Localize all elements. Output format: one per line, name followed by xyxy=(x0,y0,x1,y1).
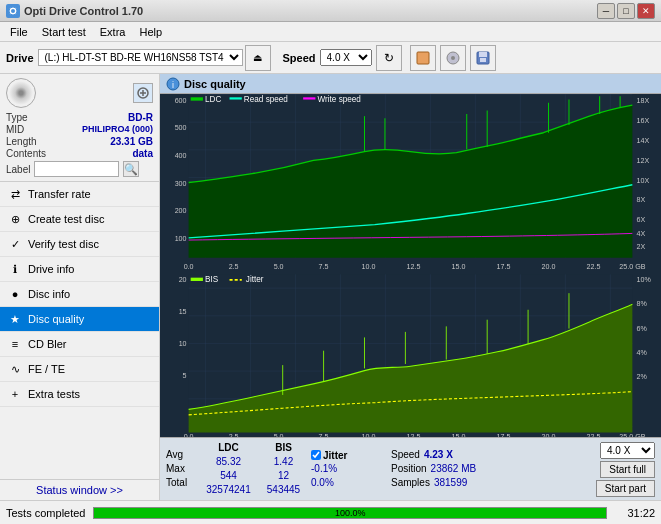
nav-cd-bler[interactable]: ≡ CD Bler xyxy=(0,332,159,357)
cd-bler-icon: ≡ xyxy=(8,337,22,351)
svg-rect-2 xyxy=(417,52,429,64)
disc-button[interactable] xyxy=(440,45,466,71)
svg-text:0.0: 0.0 xyxy=(184,262,194,271)
minimize-button[interactable]: ─ xyxy=(597,3,615,19)
fe-te-icon: ∿ xyxy=(8,362,22,376)
title-bar-controls[interactable]: ─ □ ✕ xyxy=(597,3,655,19)
nav-disc-info[interactable]: ● Disc info xyxy=(0,282,159,307)
svg-text:Read speed: Read speed xyxy=(244,94,288,104)
label-search-button[interactable]: 🔍 xyxy=(123,161,139,177)
mid-row: MID PHILIPRO4 (000) xyxy=(6,124,153,135)
nav-create-test-disc[interactable]: ⊕ Create test disc xyxy=(0,207,159,232)
type-value: BD-R xyxy=(128,112,153,123)
svg-text:6%: 6% xyxy=(636,324,647,333)
jitter-checkbox[interactable] xyxy=(311,450,321,460)
drive-label: Drive xyxy=(6,52,34,64)
close-button[interactable]: ✕ xyxy=(637,3,655,19)
svg-text:400: 400 xyxy=(175,151,187,160)
quality-speed-select[interactable]: 4.0 X xyxy=(600,442,655,459)
nav-fe-te[interactable]: ∿ FE / TE xyxy=(0,357,159,382)
svg-text:LDC: LDC xyxy=(205,94,221,104)
start-full-button[interactable]: Start full xyxy=(600,461,655,478)
nav-drive-info[interactable]: ℹ Drive info xyxy=(0,257,159,282)
ldc-legend-color xyxy=(191,97,203,100)
status-window-button[interactable]: Status window >> xyxy=(0,479,159,500)
nav-cd-bler-label: CD Bler xyxy=(28,338,67,350)
svg-text:18X: 18X xyxy=(636,96,649,105)
contents-row: Contents data xyxy=(6,148,153,159)
svg-text:10: 10 xyxy=(179,339,187,348)
svg-text:4%: 4% xyxy=(636,348,647,357)
test-button[interactable] xyxy=(410,45,436,71)
disc-info-icon: ● xyxy=(8,287,22,301)
svg-text:17.5: 17.5 xyxy=(497,432,511,437)
disc-header xyxy=(6,78,153,108)
svg-text:22.5: 22.5 xyxy=(587,432,601,437)
stats-labels-col: Avg Max Total xyxy=(166,448,201,490)
disc-header-icons xyxy=(133,83,153,103)
avg-bis: 1.42 xyxy=(256,455,311,469)
disc-action-1[interactable] xyxy=(133,83,153,103)
ldc-header: LDC xyxy=(201,441,256,455)
length-row: Length 23.31 GB xyxy=(6,136,153,147)
jitter-header: Jitter xyxy=(323,450,347,461)
max-ldc: 544 xyxy=(201,469,256,483)
svg-text:2X: 2X xyxy=(636,242,645,251)
menu-extra[interactable]: Extra xyxy=(94,24,132,40)
stats-header-bis: BIS 1.42 12 543445 xyxy=(256,441,311,497)
nav-verify-test-disc[interactable]: ✓ Verify test disc xyxy=(0,232,159,257)
samples-row: Samples 381599 xyxy=(391,476,575,490)
nav-extra-tests[interactable]: + Extra tests xyxy=(0,382,159,407)
drive-select[interactable]: (L:) HL-DT-ST BD-RE WH16NS58 TST4 xyxy=(38,49,243,66)
max-label: Max xyxy=(166,462,201,476)
total-ldc: 32574241 xyxy=(201,483,256,497)
nav-create-test-disc-label: Create test disc xyxy=(28,213,104,225)
svg-text:600: 600 xyxy=(175,96,187,105)
drive-select-wrap: (L:) HL-DT-ST BD-RE WH16NS58 TST4 ⏏ xyxy=(38,45,271,71)
max-bis: 12 xyxy=(256,469,311,483)
stats-bar: Avg Max Total LDC 85.32 544 32574241 BIS… xyxy=(160,437,661,500)
menu-start-test[interactable]: Start test xyxy=(36,24,92,40)
svg-text:10.0: 10.0 xyxy=(362,432,376,437)
svg-text:8%: 8% xyxy=(636,299,647,308)
svg-text:25.0 GB: 25.0 GB xyxy=(619,432,645,437)
label-input[interactable] xyxy=(34,161,119,177)
svg-text:12.5: 12.5 xyxy=(407,262,421,271)
length-label: Length xyxy=(6,136,37,147)
svg-text:20: 20 xyxy=(179,275,187,284)
nav-disc-quality[interactable]: ★ Disc quality xyxy=(0,307,159,332)
svg-text:200: 200 xyxy=(175,206,187,215)
label-row: Label 🔍 xyxy=(6,161,153,177)
maximize-button[interactable]: □ xyxy=(617,3,635,19)
create-test-disc-icon: ⊕ xyxy=(8,212,22,226)
svg-text:14X: 14X xyxy=(636,135,649,144)
extra-tests-icon: + xyxy=(8,387,22,401)
save-button[interactable] xyxy=(470,45,496,71)
bis-legend-color xyxy=(191,278,203,281)
menu-file[interactable]: File xyxy=(4,24,34,40)
nav-transfer-rate-label: Transfer rate xyxy=(28,188,91,200)
speed-select-toolbar[interactable]: 4.0 X xyxy=(320,49,372,66)
nav-drive-info-label: Drive info xyxy=(28,263,74,275)
svg-text:5: 5 xyxy=(183,371,187,380)
start-part-button[interactable]: Start part xyxy=(596,480,655,497)
total-label: Total xyxy=(166,476,201,490)
progress-percentage: 100.0% xyxy=(94,508,606,518)
bottom-bar: Tests completed 100.0% 31:22 xyxy=(0,500,661,524)
nav-transfer-rate[interactable]: ⇄ Transfer rate xyxy=(0,182,159,207)
disc-panel: Type BD-R MID PHILIPRO4 (000) Length 23.… xyxy=(0,74,159,182)
position-value: 23862 MB xyxy=(431,462,477,476)
svg-text:Jitter: Jitter xyxy=(246,274,264,284)
refresh-button[interactable]: ↻ xyxy=(376,45,402,71)
title-bar-left: Opti Drive Control 1.70 xyxy=(6,4,143,18)
svg-text:10%: 10% xyxy=(636,275,651,284)
contents-value: data xyxy=(132,148,153,159)
svg-text:7.5: 7.5 xyxy=(319,432,329,437)
speed-label-stat: Speed xyxy=(391,448,420,462)
menu-help[interactable]: Help xyxy=(133,24,168,40)
eject-button[interactable]: ⏏ xyxy=(245,45,271,71)
app-title: Opti Drive Control 1.70 xyxy=(24,5,143,17)
svg-text:100: 100 xyxy=(175,234,187,243)
svg-point-1 xyxy=(11,9,15,13)
svg-text:i: i xyxy=(172,80,174,90)
